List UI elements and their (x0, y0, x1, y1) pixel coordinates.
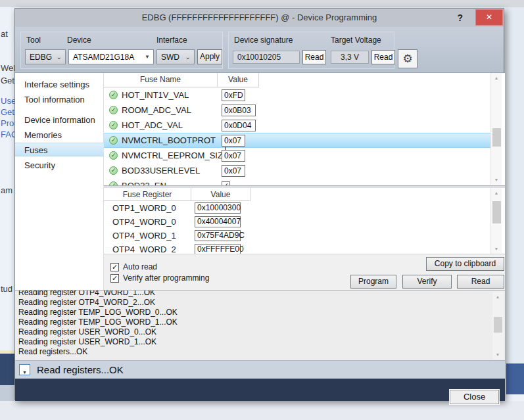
table-row[interactable]: ✓ ROOM_ADC_VAL 0x0B03 (104, 103, 490, 118)
scroll-up-icon[interactable]: ▲ (491, 73, 502, 83)
table-row[interactable]: ✓ HOT_INT1V_VAL 0xFD (104, 87, 490, 103)
status-bar: ▼ Read registers...OK (15, 360, 505, 379)
interface-label: Interface (156, 35, 187, 45)
read-signature-button[interactable]: Read (302, 50, 326, 64)
register-table-scrollbar[interactable]: ▲ ▼ (490, 188, 502, 254)
register-value-input[interactable]: 0x75F4AD9C (195, 230, 241, 241)
device-select[interactable]: ATSAMD21G18A ▼ (68, 49, 154, 64)
fuse-table-header: Fuse Name Value (104, 73, 259, 87)
log-line: Reading register TEMP_LOG_WORD_1...OK (18, 317, 490, 327)
desktop: at Wel Get t User Gett Prog FAQ am tud E… (0, 0, 524, 420)
fuses-panel: Fuse Name Value ✓ HOT_INT1V_VAL 0xFD ✓ R… (104, 73, 505, 290)
gear-icon: ⚙ (402, 53, 412, 65)
status-dropdown-button[interactable]: ▼ (19, 364, 30, 375)
log-line: Reading register OTP4_WORD_2...OK (18, 298, 490, 308)
program-button[interactable]: Program (350, 275, 396, 289)
fuse-value-input[interactable]: 0x07 (222, 150, 245, 162)
register-value-input[interactable]: 0x40004007 (195, 216, 241, 227)
table-row[interactable]: OTP4_WORD_1 0x75F4AD9C (104, 229, 490, 243)
table-row[interactable]: ✓ HOT_ADC_VAL 0x0D04 (104, 118, 490, 133)
sidebar-item-fuses[interactable]: Fuses (15, 143, 104, 156)
fuse-register-table: Fuse Register Value OTP1_WORD_0 0x100003… (104, 188, 505, 254)
register-table-header: Fuse Register Value (104, 188, 250, 201)
auto-read-label: Auto read (123, 262, 157, 271)
device-signature-field[interactable]: 0x10010205 (233, 51, 300, 64)
background-text-fragment: am (1, 185, 12, 195)
read-button[interactable]: Read (457, 275, 504, 289)
fuse-value-input[interactable]: 0x0B03 (222, 105, 256, 116)
table-row[interactable]: ✓ BOD33USERLEVEL 0x07 (104, 163, 490, 178)
sidebar-item-interface-settings[interactable]: Interface settings (15, 78, 104, 91)
scroll-down-icon[interactable]: ▼ (492, 350, 503, 360)
register-value-input[interactable]: 0x10000300 (195, 202, 241, 214)
auto-read-option[interactable]: ✓ Auto read (110, 262, 157, 271)
chevron-down-icon: ▼ (22, 370, 27, 375)
tool-group: Tool Device Interface EDBG ⌄ ATSAMD21G18… (20, 32, 223, 69)
interface-select[interactable]: SWD ⌄ (156, 49, 195, 64)
check-circle-icon: ✓ (109, 121, 118, 129)
fuse-value-input[interactable]: 0x07 (222, 165, 245, 177)
log-line: Reading register OTP4_WORD_1...OK (18, 290, 490, 298)
fuse-table-scrollbar[interactable]: ▲ ▼ (490, 73, 502, 185)
dialog-main: Interface settings Tool information Devi… (15, 73, 505, 290)
table-row[interactable]: OTP1_WORD_0 0x10000300 (104, 201, 490, 215)
sidebar-item-security[interactable]: Security (15, 158, 104, 172)
tool-label: Tool (26, 35, 41, 45)
register-value-input[interactable]: 0xFFFFFE00 (195, 244, 241, 254)
verify-after-programming-option[interactable]: ✓ Verify after programming (110, 273, 209, 283)
fuse-value-input-focused[interactable]: 0x07 (222, 135, 245, 147)
read-voltage-button[interactable]: Read (371, 50, 395, 64)
target-voltage-field[interactable]: 3,3 V (331, 51, 369, 64)
background-left-navy (0, 354, 14, 385)
log-panel: Reading register OTP4_WORD_1...OK Readin… (15, 290, 505, 360)
scroll-up-icon[interactable]: ▲ (492, 292, 503, 302)
fuse-register-column-header: Fuse Register (104, 188, 191, 200)
fuse-value-column-header: Value (218, 73, 259, 87)
sidebar-item-tool-information[interactable]: Tool information (15, 93, 104, 106)
check-circle-icon: ✓ (109, 151, 118, 160)
auto-read-checkbox[interactable]: ✓ (110, 263, 119, 271)
table-row[interactable]: OTP4_WORD_2 0xFFFFFE00 (104, 243, 490, 254)
table-row[interactable]: ✓ NVMCTRL_EEPROM_SIZE 0x07 (104, 148, 490, 163)
target-voltage-label: Target Voltage (331, 35, 381, 45)
status-message: Read registers...OK (37, 361, 124, 379)
verify-after-label: Verify after programming (123, 273, 209, 283)
tool-select[interactable]: EDBG ⌄ (25, 49, 66, 64)
scroll-down-icon[interactable]: ▼ (491, 244, 502, 254)
sidebar-item-memories[interactable]: Memories (15, 128, 104, 142)
fuse-rows: ✓ HOT_INT1V_VAL 0xFD ✓ ROOM_ADC_VAL 0x0B… (104, 87, 490, 185)
table-row[interactable]: OTP4_WORD_0 0x40004007 (104, 215, 490, 229)
help-button[interactable]: ? (457, 9, 463, 27)
scroll-up-icon[interactable]: ▲ (491, 188, 502, 198)
table-row-selected[interactable]: ✓ NVMCTRL_BOOTPROT 0x07 (104, 133, 490, 148)
scrollbar-thumb[interactable] (494, 317, 502, 333)
programmer-toolbar: Tool Device Interface EDBG ⌄ ATSAMD21G18… (15, 27, 504, 73)
apply-button[interactable]: Apply (197, 49, 222, 64)
settings-button[interactable]: ⚙ (398, 49, 417, 68)
chevron-down-icon: ⌄ (185, 50, 191, 64)
device-programming-dialog: EDBG (FFFFFFFFFFFFFFFFFFFF) @ - Device P… (14, 8, 504, 400)
scrollbar-thumb[interactable] (492, 201, 501, 223)
log-scrollbar[interactable]: ▲ ▼ (492, 292, 504, 360)
sidebar-item-device-information[interactable]: Device information (15, 113, 104, 127)
background-text-fragment: Wel (1, 63, 15, 73)
close-icon: ✕ (486, 12, 492, 22)
background-left-gray (0, 385, 14, 401)
scroll-down-icon[interactable]: ▼ (491, 175, 502, 185)
verify-button[interactable]: Verify (402, 275, 452, 289)
table-row[interactable]: ✓ BOD33_EN ✓ (104, 178, 490, 185)
titlebar[interactable]: EDBG (FFFFFFFFFFFFFFFFFFFF) @ - Device P… (15, 9, 504, 27)
close-button[interactable]: Close (450, 390, 499, 404)
fuse-value-input[interactable]: 0x0D04 (222, 120, 256, 131)
copy-to-clipboard-button[interactable]: Copy to clipboard (426, 257, 504, 271)
fuse-value-input[interactable]: 0xFD (222, 89, 245, 101)
log-line: Reading register TEMP_LOG_WORD_0...OK (18, 308, 490, 317)
verify-after-checkbox[interactable]: ✓ (110, 274, 119, 283)
device-signature-label: Device signature (234, 35, 293, 45)
log-line: Reading register USER_WORD_0...OK (18, 327, 490, 337)
check-circle-icon: ✓ (109, 106, 118, 114)
close-window-button[interactable]: ✕ (475, 9, 503, 26)
register-value-column-header: Value (191, 188, 250, 200)
scrollbar-thumb[interactable] (492, 128, 501, 147)
fuse-table: Fuse Name Value ✓ HOT_INT1V_VAL 0xFD ✓ R… (104, 73, 505, 185)
